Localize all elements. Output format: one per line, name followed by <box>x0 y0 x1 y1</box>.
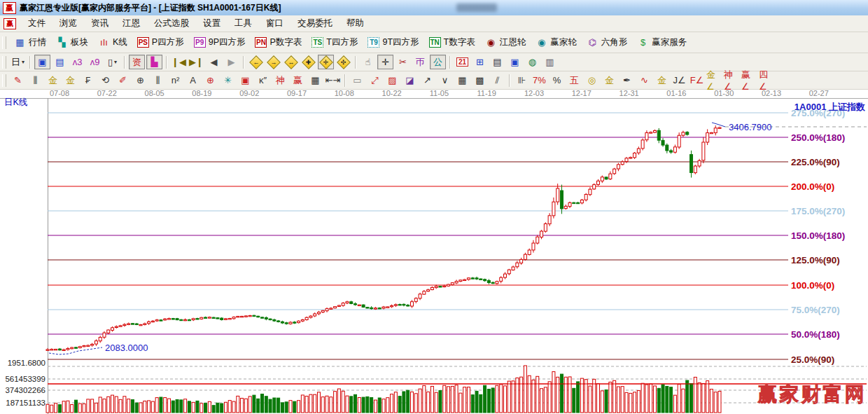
gold-level-tool-icon[interactable]: 金 <box>654 73 670 88</box>
zigzag-tool-icon[interactable]: ∨ <box>437 73 453 88</box>
menu-item-5[interactable]: 公式选股 <box>147 15 196 32</box>
t-square-button[interactable]: TST四方形 <box>307 35 363 50</box>
t9-square-button[interactable]: T99T四方形 <box>363 35 424 50</box>
kline-chart[interactable]: 2083.00003406.7900275.0%(270)250.0%(180)… <box>0 90 868 414</box>
win-grid-tool-icon[interactable]: 赢 <box>290 73 306 88</box>
gann-width-icon[interactable]: ↔ <box>283 55 299 69</box>
brush-tool-icon[interactable]: ✐ <box>115 73 131 88</box>
toolbar-grip[interactable] <box>2 56 6 69</box>
wave-9-icon[interactable]: ʌ9 <box>87 55 103 69</box>
smart-analysis-icon[interactable]: 公 <box>430 55 446 69</box>
pan-hand-icon[interactable]: ☝ <box>360 55 376 69</box>
bar-style-dropdown[interactable]: ▯▾ <box>104 55 120 69</box>
parallel-lines-tool-icon[interactable]: ⫽ <box>489 73 505 88</box>
menu-item-3[interactable]: 资讯 <box>84 15 115 32</box>
menu-item-2[interactable]: 浏览 <box>52 15 84 32</box>
erase-drawing-icon[interactable]: ✂ <box>395 55 411 69</box>
gold-circle-tool-icon[interactable]: ◎ <box>584 73 600 88</box>
wave-3-icon[interactable]: ʌ3 <box>69 55 85 69</box>
fund-flow-icon[interactable]: 资 <box>129 55 145 69</box>
wave-tool-icon[interactable]: ∿ <box>636 73 652 88</box>
comb-tool-icon[interactable]: ⫼ <box>150 73 166 88</box>
ray-fan-tool-icon[interactable]: ⤢ <box>367 73 383 88</box>
info-panel-icon[interactable]: ▣ <box>34 55 50 69</box>
gann-right-icon[interactable]: → <box>265 55 281 69</box>
save-icon[interactable]: ▣ <box>507 55 523 69</box>
grid-box-tool-icon[interactable]: ▦ <box>454 73 470 88</box>
period-dropdown[interactable]: 日▾ <box>10 55 26 69</box>
menu-item-1[interactable]: 文件 <box>21 15 52 32</box>
kline-button[interactable]: ıIıK线 <box>93 35 132 50</box>
f-angle-tool-icon[interactable]: F∠ <box>689 73 705 88</box>
quotes-button[interactable]: ▦行情 <box>9 35 51 50</box>
percent-slope-tool-icon[interactable]: 7% <box>531 73 547 88</box>
first-bar-icon[interactable]: ❙◀ <box>171 55 187 69</box>
hexagon-button[interactable]: ⌬六角形 <box>582 35 633 50</box>
price-bars-tool-icon[interactable]: ⊪ <box>514 73 530 88</box>
spiral-tool-icon[interactable]: ⟲ <box>97 73 113 88</box>
crosshair-icon[interactable]: ✛ <box>377 55 393 69</box>
square-wheel-tool-icon[interactable]: ▣ <box>237 73 253 88</box>
gann-compress-icon[interactable]: ✚ <box>300 55 316 69</box>
j-angle-tool-icon[interactable]: J∠ <box>671 73 687 88</box>
t-number-table-button[interactable]: TNT数字表 <box>424 35 480 50</box>
toolbar-grip[interactable] <box>2 36 6 49</box>
menu-item-4[interactable]: 江恩 <box>115 15 147 32</box>
winner-service-button[interactable]: $赢家服务 <box>632 35 692 50</box>
grid-123-tool-icon[interactable]: ▦ <box>307 73 323 88</box>
color-histogram-icon[interactable]: ▙ <box>146 55 162 69</box>
chart-canvas[interactable]: 2083.00003406.7900275.0%(270)250.0%(180)… <box>0 90 868 414</box>
gann-left-icon[interactable]: ← <box>248 55 264 69</box>
target-circle-tool-icon[interactable]: ⊕ <box>202 73 218 88</box>
pencil-tool-icon[interactable]: ✎ <box>10 73 26 88</box>
hatch-square-tool-icon[interactable]: ▨ <box>384 73 400 88</box>
web-data-icon[interactable]: ◍ <box>524 55 540 69</box>
calendar-icon[interactable]: 21 <box>454 55 470 69</box>
k-mark-tool-icon[interactable]: ĸ″ <box>255 73 271 88</box>
next-bar-icon[interactable]: ▶ <box>223 55 239 69</box>
p-square-button[interactable]: PSP四方形 <box>132 35 189 50</box>
percent-tool-icon[interactable]: % <box>549 73 565 88</box>
fan-square-tool-icon[interactable]: ◪ <box>402 73 418 88</box>
pen-angle-tool-icon[interactable]: ✒ <box>619 73 635 88</box>
win-angle-tool-icon[interactable]: 赢∠ <box>741 73 757 88</box>
four-angle-tool-icon[interactable]: 四∠ <box>759 73 775 88</box>
memo-icon[interactable]: ▤ <box>489 55 505 69</box>
workstation-icon[interactable]: ▥ <box>542 55 558 69</box>
toolbar-grip[interactable] <box>2 74 6 87</box>
grid-ruler-tool-icon[interactable]: ⫼ <box>27 73 43 88</box>
f-grid-tool-icon[interactable]: ₣ <box>80 73 96 88</box>
gold-lines-tool-icon[interactable]: 金 <box>601 73 617 88</box>
menu-item-9[interactable]: 交易委托 <box>290 15 340 32</box>
circle-six-tool-icon[interactable]: ⊕ <box>132 73 148 88</box>
shen-angle-tool-icon[interactable]: 神∠ <box>724 73 740 88</box>
f10-report-icon[interactable]: ▤ <box>52 55 68 69</box>
span-arrows-tool-icon[interactable]: ⇤⇥ <box>325 73 341 88</box>
n2-tool-icon[interactable]: n² <box>167 73 183 88</box>
prev-bar-icon[interactable]: ◀ <box>206 55 222 69</box>
rect-tool-icon[interactable]: ▭ <box>349 73 365 88</box>
five-pct-line-tool-icon[interactable]: 五 <box>566 73 582 88</box>
shen-grid-tool-icon[interactable]: 神 <box>272 73 288 88</box>
sectors-button[interactable]: ▚板块 <box>51 35 93 50</box>
p-number-table-button[interactable]: PNP数字表 <box>250 35 307 50</box>
calculator-icon[interactable]: ⊞ <box>472 55 488 69</box>
last-bar-icon[interactable]: ▶❙ <box>188 55 204 69</box>
gold-grid2-tool-icon[interactable]: 金 <box>62 73 78 88</box>
p9-square-button[interactable]: P99P四方形 <box>189 35 251 50</box>
menu-item-6[interactable]: 设置 <box>196 15 227 32</box>
star-wheel-tool-icon[interactable]: ✳ <box>220 73 236 88</box>
gann-wheel-button[interactable]: ◉江恩轮 <box>480 35 531 50</box>
winner-wheel-button[interactable]: ◉赢家轮 <box>531 35 582 50</box>
gann-tools-icon[interactable]: 帀 <box>412 55 428 69</box>
text-tool-icon[interactable]: A <box>185 73 201 88</box>
menu-item-8[interactable]: 窗口 <box>259 15 290 32</box>
gann-expand-icon[interactable]: ✣ <box>335 55 351 69</box>
menu-item-7[interactable]: 工具 <box>227 15 259 32</box>
grid-box2-tool-icon[interactable]: ▩ <box>472 73 488 88</box>
gold-grid-tool-icon[interactable]: 金 <box>45 73 61 88</box>
gann-center-icon[interactable]: ✛ <box>318 55 334 69</box>
arrow-line-tool-icon[interactable]: ↗ <box>419 73 435 88</box>
menu-item-10[interactable]: 帮助 <box>340 15 371 32</box>
gold-angle-tool-icon[interactable]: 金∠ <box>706 73 722 88</box>
